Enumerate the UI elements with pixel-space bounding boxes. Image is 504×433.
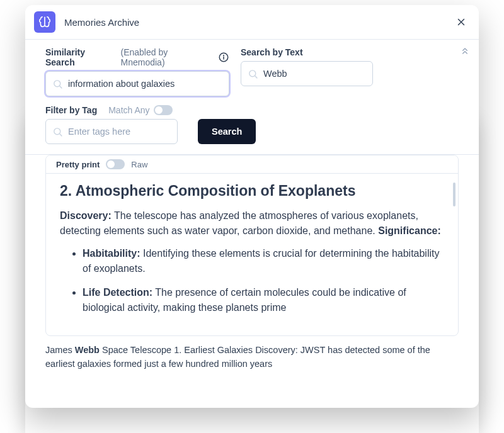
collapse-button[interactable] xyxy=(460,46,470,59)
text-input[interactable] xyxy=(263,69,382,79)
search-button[interactable]: Search xyxy=(198,119,256,144)
tag-input-wrap[interactable] xyxy=(45,119,178,144)
text-label: Search by Text xyxy=(241,47,303,57)
svg-point-1 xyxy=(224,55,224,56)
similarity-label: Similarity Search xyxy=(45,47,117,67)
search-icon xyxy=(52,127,63,137)
similarity-hint: (Enabled by Mnemodia) xyxy=(121,47,215,67)
view-toggle[interactable] xyxy=(106,159,125,169)
tag-header: Filter by Tag Match Any xyxy=(45,105,178,115)
text-search-group: Search by Text xyxy=(241,47,373,96)
bullet-label: Life Detection: xyxy=(83,287,152,298)
discovery-label: Discovery: xyxy=(60,210,112,221)
card-tabs: Pretty print Raw xyxy=(46,155,458,174)
result-heading: 2. Atmospheric Composition of Exoplanets xyxy=(60,183,444,200)
result-card: Pretty print Raw 2. Atmospheric Composit… xyxy=(45,155,459,336)
brain-icon xyxy=(34,11,55,33)
scrollbar-thumb[interactable] xyxy=(453,183,455,206)
bullet-label: Habitability: xyxy=(83,248,140,259)
list-item: Habitability: Identifying these elements… xyxy=(83,246,444,276)
similarity-input-wrap[interactable] xyxy=(45,71,229,96)
match-any-toggle[interactable] xyxy=(154,105,173,115)
excerpt-pre: James xyxy=(45,345,75,355)
excerpt-text: James Webb Space Telescope 1. Earliest G… xyxy=(45,344,459,371)
match-any-label: Match Any xyxy=(108,105,149,115)
content-area: Pretty print Raw 2. Atmospheric Composit… xyxy=(25,155,479,408)
chevrons-up-icon xyxy=(460,46,470,56)
card-body: 2. Atmospheric Composition of Exoplanets… xyxy=(46,174,458,335)
tag-input[interactable] xyxy=(68,127,187,137)
svg-point-2 xyxy=(54,80,60,86)
tag-label: Filter by Tag xyxy=(45,105,97,115)
memories-modal: Memories Archive Similarity Search (Enab… xyxy=(25,5,479,408)
search-icon xyxy=(52,79,63,89)
list-item: Life Detection: The presence of certain … xyxy=(83,285,444,315)
excerpt-highlight: Webb xyxy=(75,345,100,355)
discovery-text: The telescope has analyzed the atmospher… xyxy=(60,210,418,236)
result-paragraph: Discovery: The telescope has analyzed th… xyxy=(60,208,444,239)
tab-raw[interactable]: Raw xyxy=(131,160,147,169)
match-any-group: Match Any xyxy=(108,105,172,115)
modal-title: Memories Archive xyxy=(64,17,452,28)
svg-point-3 xyxy=(249,70,256,76)
text-label-row: Search by Text xyxy=(241,47,373,57)
similarity-input[interactable] xyxy=(68,79,222,89)
similarity-search-group: Similarity Search (Enabled by Mnemodia) xyxy=(45,47,229,96)
excerpt-post: Space Telescope 1. Earliest Galaxies Dis… xyxy=(45,345,430,369)
close-button[interactable] xyxy=(452,13,470,31)
similarity-label-row: Similarity Search (Enabled by Mnemodia) xyxy=(45,47,229,67)
search-row-2: Filter by Tag Match Any Search xyxy=(45,105,459,144)
tag-filter-group: Filter by Tag Match Any xyxy=(45,105,178,144)
tab-pretty-print[interactable]: Pretty print xyxy=(56,160,100,169)
modal-header: Memories Archive xyxy=(25,5,479,40)
svg-point-4 xyxy=(54,128,60,134)
close-icon xyxy=(455,16,467,28)
info-icon[interactable] xyxy=(218,52,229,63)
search-panel: Similarity Search (Enabled by Mnemodia) … xyxy=(25,40,479,155)
bullet-list: Habitability: Identifying these elements… xyxy=(60,246,444,315)
significance-label: Significance: xyxy=(378,225,441,236)
text-input-wrap[interactable] xyxy=(241,61,373,86)
search-row-1: Similarity Search (Enabled by Mnemodia) … xyxy=(45,47,459,96)
search-icon xyxy=(248,69,258,79)
